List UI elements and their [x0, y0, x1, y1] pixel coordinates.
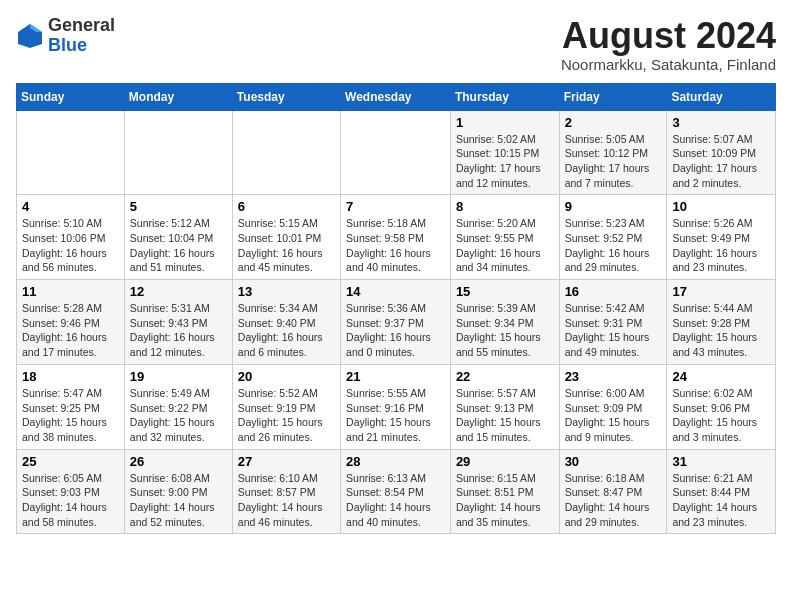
day-number: 25: [22, 454, 119, 469]
calendar-cell: 18Sunrise: 5:47 AM Sunset: 9:25 PM Dayli…: [17, 364, 125, 449]
day-of-week-header: Friday: [559, 83, 667, 110]
day-number: 20: [238, 369, 335, 384]
calendar-cell: 31Sunrise: 6:21 AM Sunset: 8:44 PM Dayli…: [667, 449, 776, 534]
calendar-cell: [341, 110, 451, 195]
calendar-cell: 21Sunrise: 5:55 AM Sunset: 9:16 PM Dayli…: [341, 364, 451, 449]
calendar-cell: 24Sunrise: 6:02 AM Sunset: 9:06 PM Dayli…: [667, 364, 776, 449]
day-number: 2: [565, 115, 662, 130]
page-header: General Blue August 2024 Noormarkku, Sat…: [16, 16, 776, 73]
day-info: Sunrise: 6:15 AM Sunset: 8:51 PM Dayligh…: [456, 471, 554, 530]
calendar-cell: 27Sunrise: 6:10 AM Sunset: 8:57 PM Dayli…: [232, 449, 340, 534]
day-info: Sunrise: 5:02 AM Sunset: 10:15 PM Daylig…: [456, 132, 554, 191]
day-number: 11: [22, 284, 119, 299]
day-of-week-header: Wednesday: [341, 83, 451, 110]
calendar-cell: 5Sunrise: 5:12 AM Sunset: 10:04 PM Dayli…: [124, 195, 232, 280]
calendar-cell: 13Sunrise: 5:34 AM Sunset: 9:40 PM Dayli…: [232, 280, 340, 365]
calendar-week-row: 1Sunrise: 5:02 AM Sunset: 10:15 PM Dayli…: [17, 110, 776, 195]
day-info: Sunrise: 5:18 AM Sunset: 9:58 PM Dayligh…: [346, 216, 445, 275]
calendar-cell: 23Sunrise: 6:00 AM Sunset: 9:09 PM Dayli…: [559, 364, 667, 449]
day-number: 31: [672, 454, 770, 469]
day-info: Sunrise: 5:47 AM Sunset: 9:25 PM Dayligh…: [22, 386, 119, 445]
day-info: Sunrise: 5:57 AM Sunset: 9:13 PM Dayligh…: [456, 386, 554, 445]
day-number: 7: [346, 199, 445, 214]
day-info: Sunrise: 5:34 AM Sunset: 9:40 PM Dayligh…: [238, 301, 335, 360]
day-number: 29: [456, 454, 554, 469]
logo-text: General Blue: [48, 16, 115, 56]
day-number: 23: [565, 369, 662, 384]
location: Noormarkku, Satakunta, Finland: [561, 56, 776, 73]
day-info: Sunrise: 6:08 AM Sunset: 9:00 PM Dayligh…: [130, 471, 227, 530]
day-number: 18: [22, 369, 119, 384]
day-number: 17: [672, 284, 770, 299]
calendar-cell: 6Sunrise: 5:15 AM Sunset: 10:01 PM Dayli…: [232, 195, 340, 280]
day-info: Sunrise: 6:00 AM Sunset: 9:09 PM Dayligh…: [565, 386, 662, 445]
calendar-week-row: 18Sunrise: 5:47 AM Sunset: 9:25 PM Dayli…: [17, 364, 776, 449]
day-number: 28: [346, 454, 445, 469]
day-number: 19: [130, 369, 227, 384]
calendar-cell: 10Sunrise: 5:26 AM Sunset: 9:49 PM Dayli…: [667, 195, 776, 280]
day-number: 27: [238, 454, 335, 469]
calendar-cell: 7Sunrise: 5:18 AM Sunset: 9:58 PM Daylig…: [341, 195, 451, 280]
day-of-week-header: Tuesday: [232, 83, 340, 110]
calendar-cell: 11Sunrise: 5:28 AM Sunset: 9:46 PM Dayli…: [17, 280, 125, 365]
day-number: 6: [238, 199, 335, 214]
calendar-cell: 3Sunrise: 5:07 AM Sunset: 10:09 PM Dayli…: [667, 110, 776, 195]
calendar-cell: 26Sunrise: 6:08 AM Sunset: 9:00 PM Dayli…: [124, 449, 232, 534]
day-info: Sunrise: 5:49 AM Sunset: 9:22 PM Dayligh…: [130, 386, 227, 445]
day-number: 4: [22, 199, 119, 214]
day-info: Sunrise: 5:28 AM Sunset: 9:46 PM Dayligh…: [22, 301, 119, 360]
calendar-cell: 1Sunrise: 5:02 AM Sunset: 10:15 PM Dayli…: [450, 110, 559, 195]
day-info: Sunrise: 6:05 AM Sunset: 9:03 PM Dayligh…: [22, 471, 119, 530]
day-info: Sunrise: 5:23 AM Sunset: 9:52 PM Dayligh…: [565, 216, 662, 275]
title-block: August 2024 Noormarkku, Satakunta, Finla…: [561, 16, 776, 73]
calendar-cell: 28Sunrise: 6:13 AM Sunset: 8:54 PM Dayli…: [341, 449, 451, 534]
day-of-week-header: Thursday: [450, 83, 559, 110]
calendar-cell: 9Sunrise: 5:23 AM Sunset: 9:52 PM Daylig…: [559, 195, 667, 280]
calendar-cell: [232, 110, 340, 195]
day-info: Sunrise: 5:42 AM Sunset: 9:31 PM Dayligh…: [565, 301, 662, 360]
day-info: Sunrise: 5:52 AM Sunset: 9:19 PM Dayligh…: [238, 386, 335, 445]
calendar-cell: 15Sunrise: 5:39 AM Sunset: 9:34 PM Dayli…: [450, 280, 559, 365]
calendar-table: SundayMondayTuesdayWednesdayThursdayFrid…: [16, 83, 776, 535]
day-number: 24: [672, 369, 770, 384]
calendar-cell: 22Sunrise: 5:57 AM Sunset: 9:13 PM Dayli…: [450, 364, 559, 449]
day-info: Sunrise: 6:13 AM Sunset: 8:54 PM Dayligh…: [346, 471, 445, 530]
day-number: 26: [130, 454, 227, 469]
calendar-cell: [124, 110, 232, 195]
calendar-cell: [17, 110, 125, 195]
day-number: 10: [672, 199, 770, 214]
day-number: 13: [238, 284, 335, 299]
calendar-cell: 29Sunrise: 6:15 AM Sunset: 8:51 PM Dayli…: [450, 449, 559, 534]
day-info: Sunrise: 6:02 AM Sunset: 9:06 PM Dayligh…: [672, 386, 770, 445]
day-info: Sunrise: 5:12 AM Sunset: 10:04 PM Daylig…: [130, 216, 227, 275]
calendar-cell: 30Sunrise: 6:18 AM Sunset: 8:47 PM Dayli…: [559, 449, 667, 534]
day-info: Sunrise: 5:31 AM Sunset: 9:43 PM Dayligh…: [130, 301, 227, 360]
day-info: Sunrise: 5:44 AM Sunset: 9:28 PM Dayligh…: [672, 301, 770, 360]
day-info: Sunrise: 6:10 AM Sunset: 8:57 PM Dayligh…: [238, 471, 335, 530]
day-info: Sunrise: 5:05 AM Sunset: 10:12 PM Daylig…: [565, 132, 662, 191]
day-info: Sunrise: 6:21 AM Sunset: 8:44 PM Dayligh…: [672, 471, 770, 530]
calendar-cell: 25Sunrise: 6:05 AM Sunset: 9:03 PM Dayli…: [17, 449, 125, 534]
calendar-cell: 12Sunrise: 5:31 AM Sunset: 9:43 PM Dayli…: [124, 280, 232, 365]
calendar-cell: 20Sunrise: 5:52 AM Sunset: 9:19 PM Dayli…: [232, 364, 340, 449]
logo: General Blue: [16, 16, 115, 56]
day-info: Sunrise: 5:20 AM Sunset: 9:55 PM Dayligh…: [456, 216, 554, 275]
calendar-cell: 14Sunrise: 5:36 AM Sunset: 9:37 PM Dayli…: [341, 280, 451, 365]
day-of-week-header: Monday: [124, 83, 232, 110]
day-number: 9: [565, 199, 662, 214]
logo-icon: [16, 22, 44, 50]
calendar-cell: 2Sunrise: 5:05 AM Sunset: 10:12 PM Dayli…: [559, 110, 667, 195]
calendar-cell: 8Sunrise: 5:20 AM Sunset: 9:55 PM Daylig…: [450, 195, 559, 280]
day-number: 22: [456, 369, 554, 384]
day-info: Sunrise: 6:18 AM Sunset: 8:47 PM Dayligh…: [565, 471, 662, 530]
day-info: Sunrise: 5:36 AM Sunset: 9:37 PM Dayligh…: [346, 301, 445, 360]
month-year: August 2024: [561, 16, 776, 56]
day-info: Sunrise: 5:10 AM Sunset: 10:06 PM Daylig…: [22, 216, 119, 275]
day-of-week-header: Saturday: [667, 83, 776, 110]
calendar-cell: 17Sunrise: 5:44 AM Sunset: 9:28 PM Dayli…: [667, 280, 776, 365]
calendar-week-row: 11Sunrise: 5:28 AM Sunset: 9:46 PM Dayli…: [17, 280, 776, 365]
day-number: 21: [346, 369, 445, 384]
day-number: 1: [456, 115, 554, 130]
day-info: Sunrise: 5:15 AM Sunset: 10:01 PM Daylig…: [238, 216, 335, 275]
day-number: 3: [672, 115, 770, 130]
